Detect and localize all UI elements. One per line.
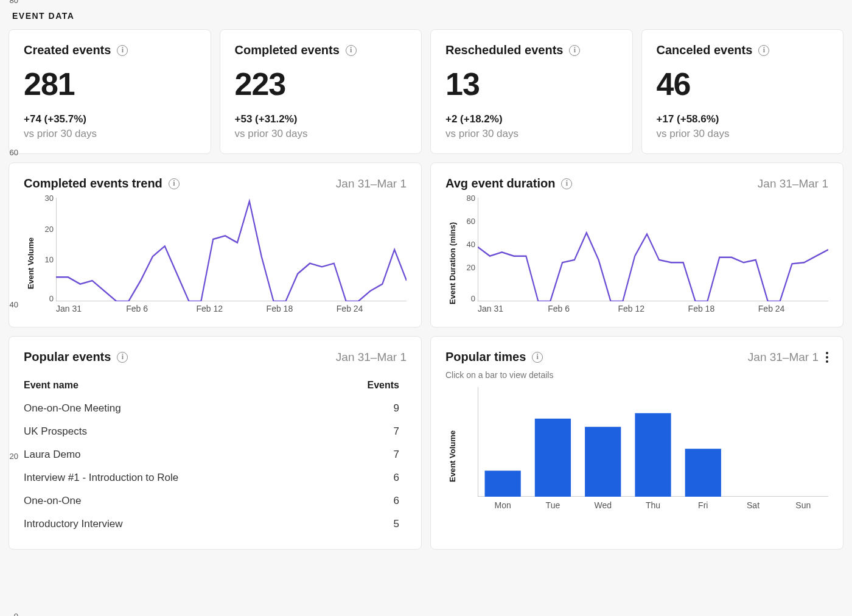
metric-title: Canceled events xyxy=(657,43,753,57)
avg-duration-title: Avg event duration xyxy=(445,177,555,191)
completed-trend-chart: 3020100 Jan 31Feb 6Feb 12Feb 18Feb 24 xyxy=(35,198,407,313)
info-icon[interactable]: i xyxy=(532,352,543,363)
y-tick: 20 xyxy=(457,264,475,271)
completed-trend-card: Completed events trend i Jan 31–Mar 1 Ev… xyxy=(9,163,422,327)
x-tick: Tue xyxy=(528,500,578,510)
metric-value: 223 xyxy=(235,66,407,102)
bar[interactable] xyxy=(535,419,571,497)
more-menu-icon[interactable] xyxy=(826,352,828,363)
popular-times-hint: Click on a bar to view details xyxy=(445,370,828,380)
table-row[interactable]: One-on-One6 xyxy=(24,489,407,513)
metric-title: Completed events xyxy=(235,43,340,57)
table-row[interactable]: One-on-One Meeting9 xyxy=(24,397,407,420)
metric-value: 281 xyxy=(24,66,196,102)
metric-delta: +2 (+18.2%) xyxy=(445,113,618,125)
y-axis-label: Event Volume xyxy=(445,387,457,510)
event-name: Introductory Interview xyxy=(24,513,329,536)
popular-times-chart: 806040200 MonTueWedThuFriSatSun xyxy=(457,387,828,510)
y-axis-label: Event Volume xyxy=(24,198,35,313)
table-row[interactable]: UK Prospects7 xyxy=(24,420,407,443)
metric-period: vs prior 30 days xyxy=(24,128,196,140)
info-icon[interactable]: i xyxy=(569,45,580,56)
bottom-row: Popular events i Jan 31–Mar 1 Event name… xyxy=(9,336,843,550)
metric-title: Created events xyxy=(24,43,111,57)
date-range: Jan 31–Mar 1 xyxy=(336,351,407,364)
event-count: 5 xyxy=(329,513,407,536)
y-tick: 60 xyxy=(0,148,18,156)
avg-duration-chart: 806040200 Jan 31Feb 6Feb 12Feb 18Feb 24 xyxy=(457,198,828,313)
section-title: EVENT DATA xyxy=(9,0,843,29)
y-axis-label: Event Duration (mins) xyxy=(445,198,457,313)
event-name: Laura Demo xyxy=(24,443,329,466)
metric-title: Rescheduled events xyxy=(445,43,563,57)
metric-card-rescheduled: Rescheduled eventsi13+2 (+18.2%)vs prior… xyxy=(430,29,633,154)
event-name: Interview #1 - Introduction to Role xyxy=(24,466,329,489)
avg-duration-card: Avg event duration i Jan 31–Mar 1 Event … xyxy=(430,163,843,327)
bar[interactable] xyxy=(485,471,521,497)
bar[interactable] xyxy=(685,449,721,497)
event-count: 6 xyxy=(329,466,407,489)
x-tick: Feb 18 xyxy=(267,304,337,313)
metric-delta: +74 (+35.7%) xyxy=(24,113,196,125)
x-tick: Mon xyxy=(478,500,528,510)
completed-trend-title: Completed events trend xyxy=(24,177,162,191)
y-tick: 20 xyxy=(0,452,18,460)
info-icon[interactable]: i xyxy=(117,45,128,56)
bar[interactable] xyxy=(635,413,671,497)
x-tick: Jan 31 xyxy=(56,304,126,313)
y-tick: 20 xyxy=(35,225,54,233)
y-tick: 30 xyxy=(35,194,54,202)
bar[interactable] xyxy=(585,427,621,497)
event-count: 7 xyxy=(329,443,407,466)
x-tick: Jan 31 xyxy=(478,304,548,313)
y-tick: 40 xyxy=(0,300,18,308)
metric-value: 46 xyxy=(657,66,829,102)
table-row[interactable]: Laura Demo7 xyxy=(24,443,407,466)
y-tick: 80 xyxy=(0,0,18,4)
date-range: Jan 31–Mar 1 xyxy=(758,177,828,191)
metric-card-canceled: Canceled eventsi46+17 (+58.6%)vs prior 3… xyxy=(641,29,844,154)
popular-times-card: Popular times i Jan 31–Mar 1 Click on a … xyxy=(430,336,843,550)
info-icon[interactable]: i xyxy=(561,178,572,189)
y-tick: 0 xyxy=(35,294,54,302)
metric-card-created: Created eventsi281+74 (+35.7%)vs prior 3… xyxy=(9,29,211,154)
date-range: Jan 31–Mar 1 xyxy=(336,177,407,191)
info-icon[interactable]: i xyxy=(758,45,769,56)
event-count: 6 xyxy=(329,489,407,513)
event-name: One-on-One Meeting xyxy=(24,397,329,420)
metric-value: 13 xyxy=(445,66,618,102)
info-icon[interactable]: i xyxy=(117,352,128,363)
x-tick: Feb 24 xyxy=(758,304,828,313)
event-name: UK Prospects xyxy=(24,420,329,443)
x-tick: Wed xyxy=(578,500,628,510)
x-tick: Fri xyxy=(678,500,728,510)
x-tick: Feb 12 xyxy=(618,304,688,313)
table-row[interactable]: Introductory Interview5 xyxy=(24,513,407,536)
metric-card-completed: Completed eventsi223+53 (+31.2%)vs prior… xyxy=(220,29,422,154)
metric-delta: +17 (+58.6%) xyxy=(657,113,829,125)
event-count: 7 xyxy=(329,420,407,443)
col-events-count: Events xyxy=(329,375,407,397)
col-event-name: Event name xyxy=(24,375,329,397)
popular-events-table: Event name Events One-on-One Meeting9UK … xyxy=(24,375,407,536)
x-tick: Sat xyxy=(728,500,778,510)
metrics-row: Created eventsi281+74 (+35.7%)vs prior 3… xyxy=(9,29,843,154)
info-icon[interactable]: i xyxy=(169,178,180,189)
popular-times-title: Popular times xyxy=(445,350,526,364)
x-tick: Feb 6 xyxy=(548,304,618,313)
event-count: 9 xyxy=(329,397,407,420)
info-icon[interactable]: i xyxy=(346,45,357,56)
y-tick: 10 xyxy=(35,256,54,264)
date-range: Jan 31–Mar 1 xyxy=(748,351,819,364)
y-tick: 80 xyxy=(457,194,475,202)
y-tick: 0 xyxy=(457,295,475,303)
popular-events-title: Popular events xyxy=(24,350,111,364)
mid-row: Completed events trend i Jan 31–Mar 1 Ev… xyxy=(9,163,843,327)
x-tick: Feb 6 xyxy=(126,304,196,313)
metric-period: vs prior 30 days xyxy=(657,128,829,140)
table-row[interactable]: Interview #1 - Introduction to Role6 xyxy=(24,466,407,489)
event-name: One-on-One xyxy=(24,489,329,513)
x-tick: Feb 12 xyxy=(196,304,266,313)
metric-period: vs prior 30 days xyxy=(235,128,407,140)
metric-period: vs prior 30 days xyxy=(445,128,618,140)
